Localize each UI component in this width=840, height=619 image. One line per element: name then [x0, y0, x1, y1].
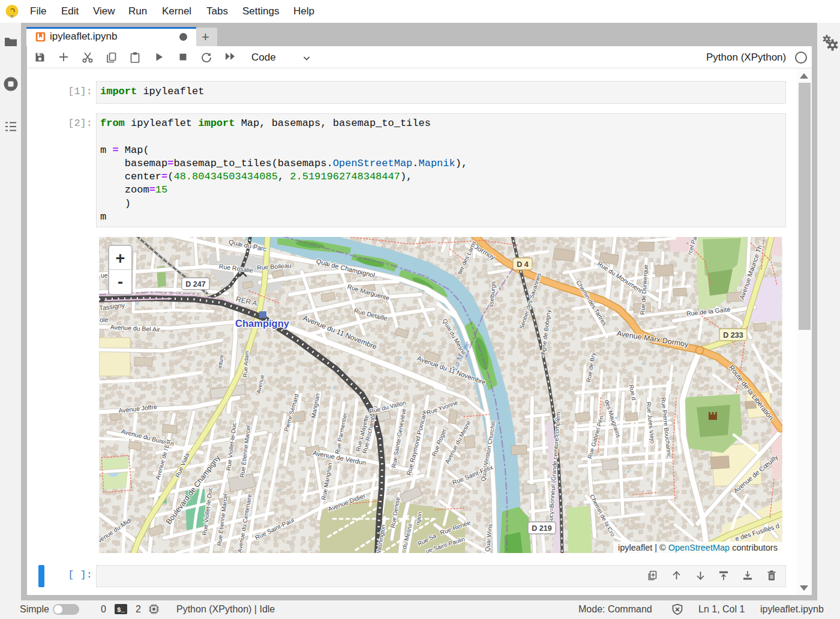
- svg-text:Champigny: Champigny: [235, 318, 290, 329]
- svg-text:D 4: D 4: [517, 260, 529, 269]
- svg-text:ole: ole: [100, 316, 109, 323]
- svg-text:D 247: D 247: [185, 280, 205, 289]
- svg-text:D 233: D 233: [723, 331, 743, 339]
- svg-text:$_: $_: [117, 606, 125, 614]
- svg-text:D 219: D 219: [532, 524, 551, 533]
- svg-text:ue: ue: [101, 272, 108, 279]
